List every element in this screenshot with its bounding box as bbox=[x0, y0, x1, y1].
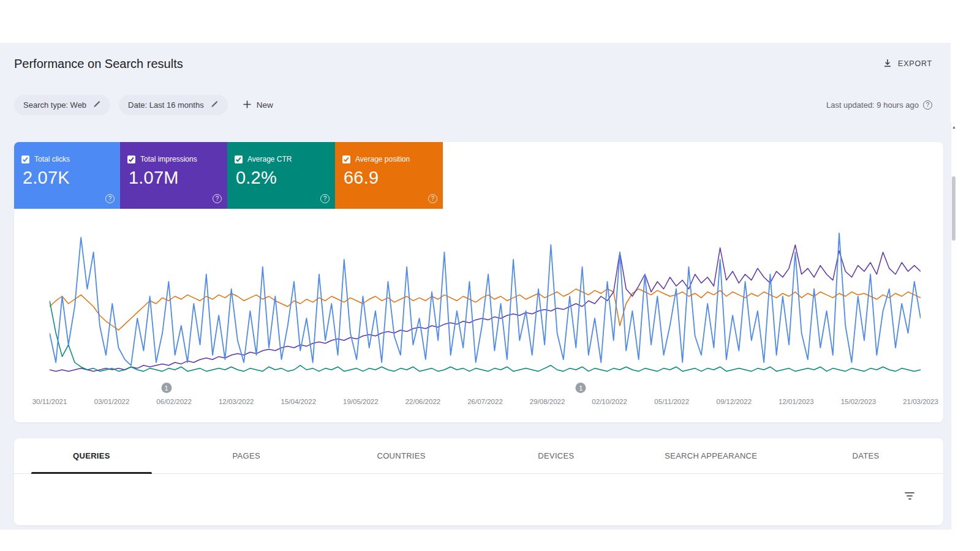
date-range-chip[interactable]: Date: Last 16 months bbox=[119, 95, 228, 115]
chart-annotations-row: 11 bbox=[50, 383, 921, 394]
metric-checkbox[interactable] bbox=[235, 156, 243, 163]
download-icon bbox=[883, 58, 892, 70]
chart-annotation-marker[interactable]: 1 bbox=[576, 383, 586, 393]
metric-label: Total impressions bbox=[140, 155, 197, 163]
metric-checkbox[interactable] bbox=[342, 156, 350, 163]
new-filter-button[interactable]: New bbox=[243, 100, 273, 111]
table-body-area bbox=[14, 474, 943, 525]
tab-label: COUNTRIES bbox=[377, 451, 425, 460]
tab-search-appearance[interactable]: SEARCH APPEARANCE bbox=[633, 438, 788, 473]
search-console-performance-page: Performance on Search results EXPORT Sea… bbox=[0, 0, 980, 551]
help-icon[interactable]: ? bbox=[923, 100, 932, 110]
chart-annotation-marker[interactable]: 1 bbox=[161, 383, 172, 393]
edit-pencil-icon bbox=[92, 100, 101, 110]
new-filter-label: New bbox=[257, 100, 273, 110]
metric-checkbox[interactable] bbox=[21, 156, 29, 163]
scrollbar-thumb[interactable] bbox=[952, 176, 956, 241]
x-axis-label: 12/03/2022 bbox=[219, 398, 254, 405]
x-axis-label: 22/06/2022 bbox=[405, 398, 441, 405]
metric-checkbox[interactable] bbox=[127, 156, 135, 163]
metric-card-average-ctr[interactable]: Average CTR 0.2% ? bbox=[227, 142, 335, 209]
performance-chart bbox=[50, 227, 921, 380]
help-icon[interactable]: ? bbox=[105, 194, 115, 203]
tab-label: QUERIES bbox=[73, 451, 110, 460]
help-icon[interactable]: ? bbox=[428, 194, 437, 203]
dimension-tabs: QUERIES PAGES COUNTRIES DEVICES SEARCH A… bbox=[14, 438, 943, 474]
export-label: EXPORT bbox=[898, 59, 932, 68]
x-axis-label: 05/11/2022 bbox=[654, 398, 689, 405]
metric-value: 1.07M bbox=[129, 168, 220, 188]
x-axis-label: 06/02/2022 bbox=[156, 398, 192, 405]
x-axis-label: 15/04/2022 bbox=[281, 398, 317, 405]
x-axis-label: 26/07/2022 bbox=[467, 398, 503, 405]
x-axis-label: 29/08/2022 bbox=[530, 398, 565, 405]
tab-pages[interactable]: PAGES bbox=[169, 438, 324, 473]
total-impressions-line bbox=[50, 245, 921, 371]
x-axis-label: 19/05/2022 bbox=[343, 398, 379, 405]
page-title: Performance on Search results bbox=[14, 57, 183, 71]
x-axis-label: 12/01/2023 bbox=[778, 398, 814, 405]
scrollbar-up-arrow[interactable]: ▲ bbox=[951, 122, 957, 131]
metric-card-total-impressions[interactable]: Total impressions 1.07M ? bbox=[120, 142, 227, 209]
metric-card-header: Average position bbox=[342, 155, 435, 163]
metric-label: Total clicks bbox=[34, 155, 70, 163]
help-icon[interactable]: ? bbox=[213, 194, 222, 203]
performance-chart-card: Total clicks 2.07K ? Total impressions 1… bbox=[14, 142, 943, 422]
x-axis-label: 02/10/2022 bbox=[592, 398, 627, 405]
tab-queries[interactable]: QUERIES bbox=[14, 438, 169, 473]
last-updated-text: Last updated: 9 hours ago bbox=[826, 100, 919, 110]
metric-value: 2.07K bbox=[23, 168, 113, 188]
search-type-chip-label: Search type: Web bbox=[23, 100, 86, 110]
metric-value: 0.2% bbox=[236, 168, 328, 188]
metric-cards-row: Total clicks 2.07K ? Total impressions 1… bbox=[14, 142, 943, 209]
tab-countries[interactable]: COUNTRIES bbox=[324, 438, 479, 473]
last-updated: Last updated: 9 hours ago ? bbox=[826, 100, 932, 110]
tab-dates[interactable]: DATES bbox=[788, 438, 943, 473]
date-range-chip-label: Date: Last 16 months bbox=[128, 100, 204, 110]
metric-card-header: Total impressions bbox=[127, 155, 220, 163]
metric-label: Average position bbox=[355, 155, 410, 163]
tab-devices[interactable]: DEVICES bbox=[478, 438, 633, 473]
page-header: Performance on Search results EXPORT bbox=[0, 43, 951, 84]
metric-card-total-clicks[interactable]: Total clicks 2.07K ? bbox=[14, 142, 120, 209]
filter-list-icon[interactable] bbox=[904, 492, 915, 501]
edit-pencil-icon bbox=[210, 100, 219, 110]
dimensions-table-card: QUERIES PAGES COUNTRIES DEVICES SEARCH A… bbox=[14, 438, 943, 525]
tab-label: SEARCH APPEARANCE bbox=[665, 451, 757, 460]
metric-card-header: Average CTR bbox=[235, 155, 328, 163]
x-axis-label: 03/01/2022 bbox=[94, 398, 130, 405]
x-axis-label: 09/12/2022 bbox=[717, 398, 752, 405]
search-type-chip[interactable]: Search type: Web bbox=[14, 95, 110, 115]
x-axis-labels: 30/11/202103/01/202206/02/202212/03/2022… bbox=[50, 398, 921, 408]
tab-label: PAGES bbox=[233, 451, 260, 460]
x-axis-label: 15/02/2023 bbox=[841, 398, 876, 405]
metric-label: Average CTR bbox=[247, 155, 292, 163]
x-axis-label: 30/11/2021 bbox=[32, 398, 67, 405]
plus-icon bbox=[243, 100, 252, 111]
metric-card-header: Total clicks bbox=[21, 155, 113, 163]
export-button[interactable]: EXPORT bbox=[883, 58, 932, 70]
performance-chart-plot[interactable] bbox=[50, 227, 921, 380]
x-axis-label: 21/03/2023 bbox=[903, 398, 938, 405]
filters-row: Search type: Web Date: Last 16 months Ne… bbox=[0, 84, 951, 115]
tab-label: DEVICES bbox=[538, 451, 574, 460]
help-icon[interactable]: ? bbox=[320, 194, 330, 203]
metric-card-average-position[interactable]: Average position 66.9 ? bbox=[335, 142, 443, 209]
metric-value: 66.9 bbox=[344, 168, 435, 188]
main-content: Performance on Search results EXPORT Sea… bbox=[0, 43, 951, 530]
tab-label: DATES bbox=[853, 451, 880, 460]
